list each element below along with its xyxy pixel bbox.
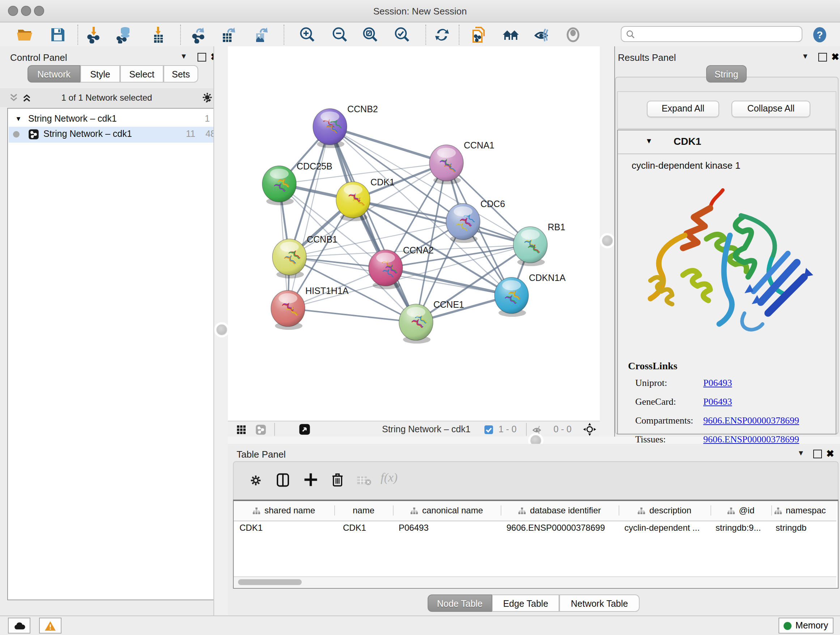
network-node[interactable]: HIST1H1A [271, 286, 349, 330]
export-network-icon[interactable] [189, 25, 208, 44]
save-session-icon[interactable] [49, 25, 67, 44]
crosslink-label: Compartments: [635, 415, 693, 426]
column-header[interactable]: canonical name [393, 505, 501, 516]
crosslink-value-link[interactable]: P06493 [703, 377, 732, 389]
import-table-icon[interactable] [149, 25, 168, 44]
cdk1-card-header[interactable]: ▼ CDK1 [618, 130, 836, 154]
share-view-icon[interactable] [256, 424, 266, 435]
gear-icon[interactable] [202, 92, 213, 103]
crosslink-value-link[interactable]: P06493 [703, 396, 732, 408]
table-panel-float-icon[interactable] [813, 450, 822, 458]
results-panel-menu-icon[interactable]: ▼ [802, 52, 809, 60]
column-header[interactable]: database identifier [501, 505, 619, 516]
table-panel-close-icon[interactable]: ✖ [826, 448, 834, 459]
grid-view-icon[interactable] [237, 425, 246, 434]
network-node[interactable]: CDKN1A [494, 272, 566, 317]
results-panel-close-icon[interactable]: ✖ [831, 51, 839, 62]
column-header[interactable]: @id [711, 505, 772, 516]
column-type-icon [411, 507, 418, 515]
network-row-selected[interactable]: String Network – cdk1 11 48 [9, 127, 216, 143]
column-header[interactable]: name [334, 505, 393, 516]
tree-expander-icon[interactable]: ▼ [15, 115, 22, 122]
vertical-splitter-left[interactable] [213, 46, 229, 616]
help-icon[interactable]: ? [810, 25, 829, 44]
node-label: CCNA1 [464, 140, 494, 150]
table-cell[interactable]: stringdb:9... [715, 523, 769, 533]
tab-edge-table[interactable]: Edge Table [492, 594, 559, 612]
collapse-all-button[interactable]: Collapse All [731, 101, 810, 117]
export-image-icon[interactable] [252, 25, 271, 44]
column-header[interactable]: namespac [771, 505, 839, 516]
results-panel-title: Results Panel [618, 52, 676, 63]
add-column-icon[interactable] [304, 472, 317, 487]
home-pair-icon[interactable] [501, 25, 520, 44]
search-input[interactable] [621, 26, 802, 42]
table-panel-menu-icon[interactable]: ▼ [797, 449, 805, 457]
table-gear-icon[interactable] [249, 474, 262, 486]
network-edge[interactable] [288, 309, 416, 322]
tab-node-table[interactable]: Node Table [428, 594, 492, 612]
network-collection-label: String Network – cdk1 [28, 114, 117, 124]
tab-network[interactable]: Network [27, 65, 80, 82]
column-header[interactable]: shared name [234, 505, 335, 516]
control-panel-float-icon[interactable] [197, 53, 206, 62]
network-edge[interactable] [386, 268, 512, 295]
import-network-icon[interactable] [85, 25, 103, 44]
hide-eye-icon[interactable] [532, 25, 551, 44]
expand-all-button[interactable]: Expand All [647, 101, 719, 117]
document-network-icon[interactable] [470, 25, 489, 44]
network-collection-row[interactable]: ▼ String Network – cdk1 1 [8, 112, 216, 127]
network-row-label: String Network – cdk1 [43, 129, 132, 139]
column-header[interactable]: description [619, 505, 711, 516]
table-horizontal-scrollbar[interactable] [234, 576, 836, 587]
crosshair-icon[interactable] [583, 423, 596, 436]
control-panel-menu-icon[interactable]: ▼ [180, 52, 187, 60]
tab-network-table[interactable]: Network Table [559, 594, 639, 612]
tab-sets[interactable]: Sets [164, 65, 198, 82]
network-node[interactable]: RB1 [513, 222, 565, 266]
vertical-splitter-right[interactable] [600, 46, 614, 437]
network-graph[interactable]: CCNB2CCNA1CDC25BCDK1CDC6RB1CCNB1CCNA2CDK… [228, 46, 600, 421]
table-cell[interactable]: cyclin-dependent ... [624, 523, 708, 533]
tab-style[interactable]: Style [80, 65, 120, 82]
zoom-selected-icon[interactable] [393, 25, 412, 44]
network-edge[interactable] [288, 127, 330, 309]
scrollbar-thumb[interactable] [238, 579, 302, 585]
tab-string[interactable]: String [706, 65, 747, 82]
selected-count-text: 1 - 0 [499, 424, 516, 434]
import-database-icon[interactable] [115, 25, 134, 44]
results-panel-float-icon[interactable] [818, 53, 827, 62]
network-node[interactable]: CCNE1 [399, 299, 464, 344]
zoom-in-icon[interactable] [298, 25, 317, 44]
open-session-icon[interactable] [15, 25, 34, 44]
warnings-button[interactable] [39, 618, 62, 633]
selected-checkbox-icon[interactable] [484, 425, 493, 434]
cloud-status-button[interactable] [8, 618, 30, 633]
network-edge[interactable] [330, 127, 447, 163]
zoom-out-icon[interactable] [331, 25, 349, 44]
zoom-fit-icon[interactable] [361, 25, 380, 44]
delete-column-icon[interactable] [332, 472, 344, 487]
node-label: CCNB2 [347, 104, 378, 114]
show-eye-icon[interactable] [564, 25, 583, 44]
table-cell[interactable]: P06493 [399, 523, 499, 533]
tab-select[interactable]: Select [120, 65, 164, 82]
splitter-handle[interactable] [602, 235, 613, 246]
table-cell[interactable]: CDK1 [343, 523, 391, 533]
table-cell[interactable]: stringdb [775, 523, 834, 533]
table-cell[interactable]: CDK1 [240, 523, 332, 533]
birds-eye-icon[interactable] [299, 424, 310, 435]
export-table-icon[interactable] [219, 25, 238, 44]
crosslink-value-link[interactable]: 9606.ENSP00000378699 [703, 415, 799, 426]
table-row[interactable]: CDK1 CDK1 P06493 9606.ENSP00000378699 cy… [234, 521, 836, 535]
network-canvas[interactable]: CCNB2CCNA1CDC25BCDK1CDC6RB1CCNB1CCNA2CDK… [228, 46, 600, 421]
table-cell[interactable]: 9606.ENSP00000378699 [507, 523, 616, 533]
refresh-icon[interactable] [433, 25, 452, 44]
card-expander-icon[interactable]: ▼ [645, 137, 653, 145]
toolbar-separator [459, 25, 459, 45]
show-columns-icon[interactable] [276, 473, 289, 487]
splitter-handle[interactable] [216, 325, 227, 335]
network-current-dot-icon [13, 131, 19, 138]
network-node[interactable]: CCNB1 [272, 234, 338, 279]
memory-button[interactable]: Memory [778, 618, 834, 633]
